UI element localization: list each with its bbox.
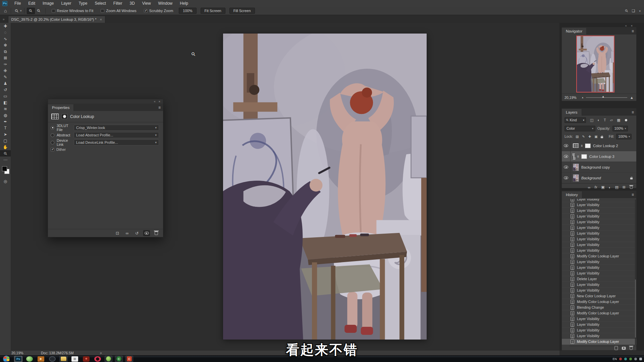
menu-item[interactable]: Filter xyxy=(110,1,126,6)
tab-history[interactable]: History xyxy=(562,191,582,198)
lut-select[interactable]: Crisp_Winter.look ▾ xyxy=(74,125,159,131)
taskbar-camtasia-app[interactable]: C xyxy=(115,356,123,362)
history-state-row[interactable]: Modify Color Lookup Layer xyxy=(562,299,636,305)
tool-preset-chevron[interactable]: ▾ xyxy=(20,9,22,12)
layer-name[interactable]: Color Lookup 2 xyxy=(593,144,618,148)
layer-row[interactable]: Background copy xyxy=(562,162,636,173)
start-button[interactable] xyxy=(3,355,10,362)
menu-item[interactable]: Layer xyxy=(57,1,75,6)
layer-name[interactable]: Background copy xyxy=(581,165,610,169)
link-layers-icon[interactable]: ∞ xyxy=(588,185,591,189)
radio-button[interactable] xyxy=(51,126,54,130)
history-state-row[interactable]: Layer Visibility xyxy=(562,288,636,293)
visibility-cell[interactable] xyxy=(562,140,571,151)
history-state-row[interactable]: Layer Visibility xyxy=(562,248,636,253)
visibility-cell[interactable] xyxy=(562,173,571,183)
tab-layers[interactable]: Layers xyxy=(562,109,582,116)
lasso-tool[interactable]: ∿ xyxy=(0,36,11,42)
document-image[interactable] xyxy=(223,34,427,340)
history-state-row[interactable]: Layer Visibility xyxy=(562,202,636,208)
marquee-tool[interactable]: ◌ xyxy=(0,29,11,36)
layer-row[interactable]: Background xyxy=(562,173,636,183)
close-panel-icon[interactable]: × xyxy=(159,100,160,103)
previous-state-icon[interactable]: ∞ xyxy=(124,230,130,236)
visibility-cell[interactable] xyxy=(562,162,571,172)
tray-icon-light[interactable] xyxy=(639,358,642,360)
history-state-row[interactable]: Layer Visibility xyxy=(562,225,636,231)
tray-icon-teal[interactable] xyxy=(624,358,627,360)
taskbar-dark-dial-app[interactable] xyxy=(49,356,56,362)
layer-name[interactable]: Color Lookup 3 xyxy=(589,155,614,159)
history-brush-tool[interactable]: ↺ xyxy=(0,86,11,93)
quick-selection-tool[interactable]: ✻ xyxy=(0,42,11,48)
tab-properties[interactable]: Properties xyxy=(48,104,74,111)
eye-icon[interactable] xyxy=(564,155,568,158)
frame-tool[interactable]: ⊠ xyxy=(0,55,11,61)
visibility-toggle-icon[interactable] xyxy=(143,230,150,236)
healing-brush-tool[interactable]: ✙ xyxy=(0,67,11,74)
taskbar-notes-app[interactable]: ▤ xyxy=(71,356,78,362)
clip-to-layer-icon[interactable]: ⊡ xyxy=(114,230,121,236)
menu-item[interactable]: 3D xyxy=(126,1,138,6)
color-swatches[interactable] xyxy=(0,166,11,177)
history-state-row[interactable]: Layer Visibility xyxy=(562,219,636,225)
checkbox-icon[interactable] xyxy=(52,9,55,13)
history-state-row[interactable]: Layer Visibility xyxy=(562,333,636,339)
history-state-row[interactable]: New Color Lookup Layer xyxy=(562,293,636,299)
history-state-row[interactable]: Layer Visibility xyxy=(562,242,636,248)
panel-menu-icon[interactable]: ≡ xyxy=(632,192,634,197)
panel-menu-icon[interactable]: ≡ xyxy=(632,29,634,34)
checkbox-icon[interactable] xyxy=(144,9,148,13)
status-zoom-value[interactable]: 20,19% xyxy=(11,351,32,355)
shape-tool[interactable]: ▢ xyxy=(0,137,11,144)
layer-thumbnail[interactable] xyxy=(573,174,579,182)
history-state-row[interactable]: Layer Visibility xyxy=(562,199,636,202)
filter-toggle-icon[interactable] xyxy=(625,119,627,121)
menu-item[interactable]: Help xyxy=(176,1,192,6)
collapse-icon[interactable]: « xyxy=(154,100,156,103)
menu-item[interactable]: File xyxy=(11,1,24,6)
history-state-row[interactable]: Modify Color Lookup Layer xyxy=(562,310,636,316)
panel-menu-icon[interactable]: ≡ xyxy=(632,110,634,115)
history-state-row[interactable]: Layer Visibility xyxy=(562,259,636,265)
history-state-row[interactable]: Layer Visibility xyxy=(562,208,636,214)
delete-state-icon[interactable] xyxy=(630,347,633,350)
history-state-row[interactable]: Layer Visibility xyxy=(562,231,636,236)
tray-icon-gray[interactable] xyxy=(634,358,637,360)
zoom-tool[interactable]: ⚲ xyxy=(0,150,11,157)
radio-button[interactable] xyxy=(51,133,54,137)
history-state-row[interactable]: Layer Visibility xyxy=(562,316,636,322)
history-state-row[interactable]: Layer Visibility xyxy=(562,282,636,288)
menu-item[interactable]: Edit xyxy=(24,1,39,6)
filter-image-icon[interactable]: ◫ xyxy=(590,118,593,122)
crop-tool[interactable]: ⧉ xyxy=(0,48,11,55)
menu-item[interactable]: View xyxy=(139,1,155,6)
workspace-icon[interactable]: ❏ xyxy=(632,9,635,13)
taskbar-utorrent-app[interactable] xyxy=(105,356,112,362)
history-state-row[interactable]: Layer Visibility xyxy=(562,214,636,219)
eye-icon[interactable] xyxy=(564,166,568,169)
history-state-row[interactable]: Layer Visibility xyxy=(562,236,636,242)
menu-item[interactable]: Image xyxy=(39,1,57,6)
path-selection-tool[interactable]: ➤ xyxy=(0,131,11,137)
move-tool[interactable]: ✚ xyxy=(0,23,11,29)
hand-tool[interactable]: ✋ xyxy=(0,144,11,150)
zoom-in-button[interactable]: ⚲ xyxy=(27,8,35,14)
history-state-row[interactable]: Modify Color Lookup Layer xyxy=(562,339,636,345)
filter-smart-object-icon[interactable]: ▦ xyxy=(617,118,620,122)
layer-mask-thumbnail[interactable] xyxy=(581,154,587,159)
fill-select[interactable]: 100% ▾ xyxy=(616,134,632,139)
filter-adjustment-icon[interactable]: ◐ xyxy=(597,118,600,122)
tray-icon-red[interactable] xyxy=(619,358,622,360)
taskbar-media-player-app[interactable]: ▶ xyxy=(38,356,44,362)
eye-icon[interactable] xyxy=(564,144,568,147)
tray-icon-green[interactable] xyxy=(629,358,632,360)
layer-row[interactable]: 8 Color Lookup 2 xyxy=(562,140,636,151)
zoom-tool-icon[interactable]: ⚲ xyxy=(14,8,20,13)
visibility-cell[interactable] xyxy=(562,151,571,162)
lock-position-icon[interactable]: ✚ xyxy=(588,135,591,138)
menu-item[interactable]: Type xyxy=(75,1,91,6)
foreground-color-swatch[interactable] xyxy=(2,166,7,171)
delete-layer-icon[interactable] xyxy=(630,186,633,189)
zoom-in-icon[interactable]: ▲ xyxy=(630,96,634,100)
